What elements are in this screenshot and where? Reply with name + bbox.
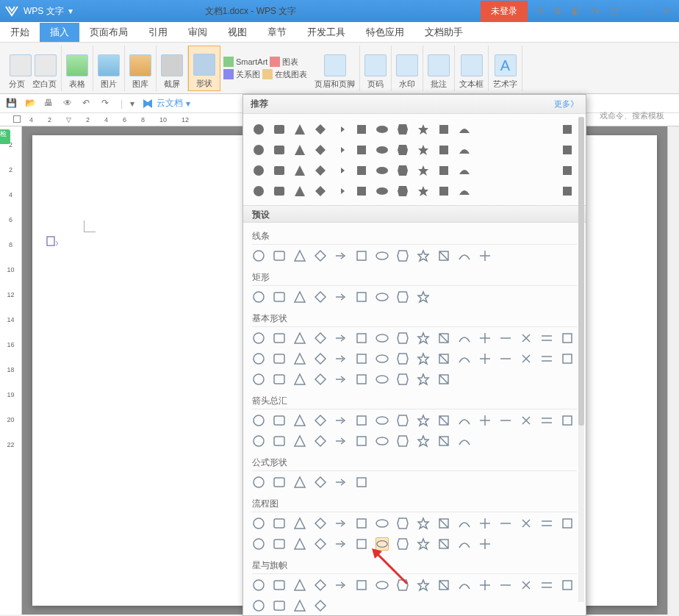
shape-icon[interactable] [540, 185, 553, 198]
shape-icon[interactable] [437, 123, 450, 136]
tab-special[interactable]: 特色应用 [356, 23, 414, 42]
shape-icon[interactable] [437, 434, 450, 448]
shape-icon[interactable] [540, 143, 553, 157]
shape-icon[interactable] [252, 290, 265, 304]
shape-icon[interactable] [355, 249, 368, 262]
shape-icon[interactable] [540, 352, 553, 365]
shape-icon[interactable] [417, 123, 430, 136]
shape-icon[interactable] [458, 332, 471, 345]
shape-icon[interactable] [437, 579, 450, 592]
shape-icon[interactable] [561, 579, 574, 592]
shape-icon[interactable] [499, 579, 512, 592]
shape-icon[interactable] [561, 164, 574, 177]
shape-icon[interactable] [561, 332, 574, 345]
dropdown-icon[interactable]: ▾ [130, 99, 134, 109]
shape-icon[interactable] [273, 476, 286, 489]
shape-icon[interactable] [520, 143, 533, 157]
shape-icon[interactable] [355, 290, 368, 304]
shape-icon[interactable] [314, 537, 327, 551]
shape-icon[interactable] [437, 352, 450, 365]
tab-review[interactable]: 审阅 [178, 23, 218, 42]
shape-icon[interactable] [437, 517, 450, 530]
ribbon-page[interactable]: 分页空白页 [4, 46, 62, 91]
panel-scrollbar-thumb[interactable] [578, 117, 584, 426]
shape-icon[interactable] [273, 290, 286, 304]
shape-icon[interactable] [396, 537, 409, 551]
shape-icon[interactable] [334, 123, 348, 136]
shape-icon[interactable] [561, 185, 574, 198]
shape-icon[interactable] [499, 414, 512, 427]
sync-icon[interactable]: ⟲ [536, 6, 544, 16]
shape-icon[interactable] [417, 579, 430, 592]
shape-icon[interactable] [478, 249, 492, 262]
shape-icon[interactable] [499, 352, 512, 365]
shape-icon[interactable] [334, 476, 348, 489]
shape-icon[interactable] [561, 352, 574, 365]
shape-icon[interactable] [520, 517, 533, 530]
shape-icon[interactable] [417, 414, 430, 427]
shape-icon[interactable] [396, 352, 409, 365]
shape-icon[interactable] [540, 123, 553, 136]
shape-icon[interactable] [273, 352, 286, 365]
shape-icon[interactable] [293, 185, 306, 198]
shape-icon[interactable] [478, 579, 492, 592]
shape-icon[interactable] [376, 434, 389, 448]
shape-icon[interactable] [314, 579, 327, 592]
shape-icon[interactable] [396, 123, 409, 136]
more-link[interactable]: 更多》 [554, 99, 578, 110]
maximize-icon[interactable]: □ [647, 6, 653, 16]
redo-icon[interactable]: ↷ [101, 98, 113, 110]
tab-start[interactable]: 开始 [0, 23, 40, 42]
shape-icon[interactable] [293, 579, 306, 592]
shape-icon[interactable] [499, 123, 512, 136]
shape-icon[interactable] [355, 537, 368, 551]
ribbon-gallery[interactable]: 图库 [125, 46, 157, 91]
tab-layout[interactable]: 页面布局 [79, 23, 138, 42]
minimize-icon[interactable]: — [628, 6, 637, 16]
shape-icon[interactable] [252, 143, 265, 157]
shape-icon[interactable] [458, 143, 471, 157]
shape-icon[interactable] [252, 332, 265, 345]
shape-icon[interactable] [293, 290, 306, 304]
shape-icon[interactable] [396, 164, 409, 177]
shape-icon[interactable] [417, 373, 430, 386]
shape-icon[interactable] [478, 332, 492, 345]
shape-icon[interactable] [314, 164, 327, 177]
shape-icon[interactable] [417, 143, 430, 157]
shape-icon[interactable] [355, 185, 368, 198]
shape-icon[interactable] [252, 579, 265, 592]
help-icon[interactable]: ?▾ [590, 6, 600, 16]
check-button[interactable]: 检 [0, 129, 10, 144]
shape-icon[interactable] [252, 352, 265, 365]
shape-icon[interactable] [417, 249, 430, 262]
ruler-tab-stop[interactable] [13, 115, 21, 123]
shape-icon[interactable] [478, 164, 492, 177]
shape-icon[interactable] [334, 537, 348, 551]
shape-icon[interactable] [293, 414, 306, 427]
shape-icon[interactable] [334, 352, 348, 365]
shape-icon[interactable] [499, 517, 512, 530]
ribbon-table[interactable]: 表格 [62, 46, 93, 91]
shape-icon[interactable] [293, 164, 306, 177]
undo-icon[interactable]: ↶ [82, 98, 94, 110]
shape-icon[interactable] [396, 249, 409, 262]
settings-icon[interactable]: ✿ [554, 6, 561, 16]
shape-icon[interactable] [252, 164, 265, 177]
shape-icon[interactable] [314, 143, 327, 157]
shape-icon[interactable] [252, 517, 265, 530]
ribbon-shapes[interactable]: 形状 [188, 46, 220, 91]
shape-icon[interactable] [314, 185, 327, 198]
shape-icon[interactable] [334, 143, 348, 157]
shape-icon[interactable] [314, 414, 327, 427]
shape-icon[interactable] [417, 185, 430, 198]
shape-icon[interactable] [499, 164, 512, 177]
shape-icon[interactable] [355, 373, 368, 386]
shape-icon[interactable] [355, 414, 368, 427]
shape-icon[interactable] [417, 517, 430, 530]
shape-icon[interactable] [396, 143, 409, 157]
save-icon[interactable]: 💾 [6, 98, 18, 110]
shape-icon[interactable] [520, 164, 533, 177]
shape-icon[interactable] [314, 434, 327, 448]
shape-icon[interactable] [252, 123, 265, 136]
shape-icon[interactable] [355, 143, 368, 157]
